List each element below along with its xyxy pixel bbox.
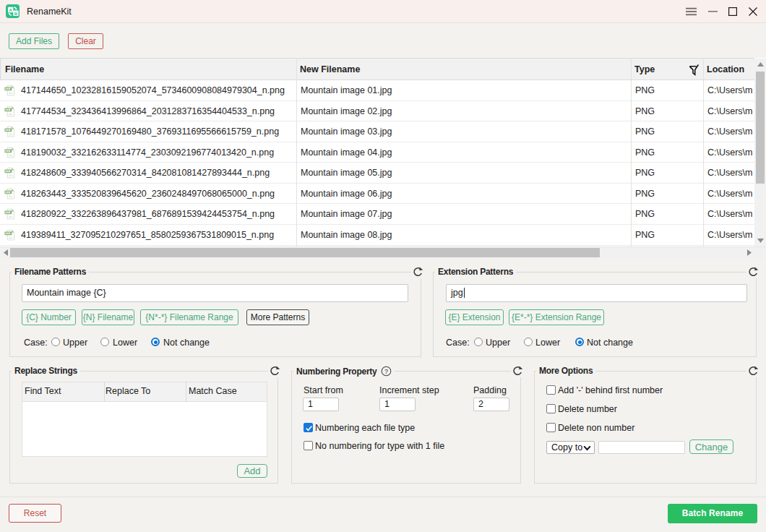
svg-text:B: B	[14, 12, 18, 16]
svg-text:?: ?	[384, 368, 388, 375]
svg-text:A: A	[9, 8, 13, 12]
